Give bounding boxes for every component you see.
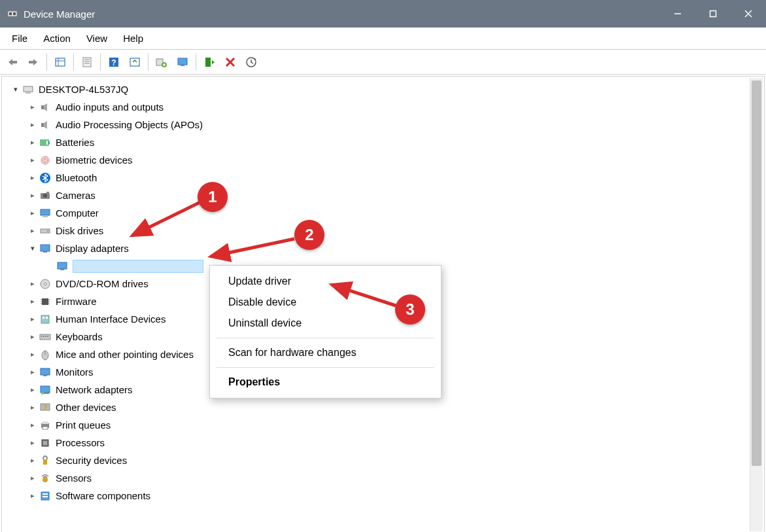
- chevron-right-icon[interactable]: ▸: [27, 190, 39, 202]
- update-driver-button[interactable]: [152, 52, 171, 72]
- chevron-down-icon[interactable]: ▾: [27, 243, 39, 255]
- svg-rect-68: [41, 368, 50, 375]
- chevron-right-icon[interactable]: ▸: [27, 172, 39, 184]
- svg-rect-65: [47, 336, 48, 337]
- tree-item-batteries[interactable]: ▸Batteries: [10, 133, 764, 151]
- tree-item-security-devices[interactable]: ▸Security devices: [10, 452, 764, 469]
- tree-item-label: Computer: [56, 207, 99, 219]
- tree-item-print-queues[interactable]: ▸Print queues: [10, 416, 764, 434]
- minimize-button[interactable]: [660, 0, 695, 27]
- computer-icon: [39, 207, 52, 220]
- chevron-right-icon[interactable]: ▸: [27, 278, 39, 290]
- enable-button[interactable]: [200, 52, 219, 72]
- properties-button[interactable]: [77, 52, 97, 72]
- window-title: Device Manager: [24, 9, 660, 20]
- help-button[interactable]: ?: [104, 52, 124, 72]
- ctx-update-driver[interactable]: Update driver: [210, 271, 441, 292]
- chevron-right-icon[interactable]: ▸: [27, 225, 39, 237]
- hid-icon: [39, 313, 52, 326]
- tree-item-label: Mice and other pointing devices: [56, 349, 194, 360]
- tree-item-label: Software components: [56, 490, 150, 501]
- titlebar: Device Manager: [0, 0, 766, 27]
- disable-button[interactable]: [173, 52, 192, 72]
- chevron-right-icon[interactable]: ▸: [27, 119, 39, 131]
- svg-rect-7: [12, 61, 17, 63]
- chip-icon: [39, 295, 52, 308]
- keyboard-icon: [39, 330, 52, 344]
- menu-action[interactable]: Action: [35, 29, 78, 48]
- chevron-right-icon[interactable]: ▸: [27, 313, 39, 325]
- tree-item-label: Audio Processing Objects (APOs): [56, 119, 203, 130]
- chevron-right-icon[interactable]: ▸: [27, 101, 39, 113]
- scrollbar-thumb[interactable]: [752, 80, 761, 466]
- chevron-right-icon[interactable]: ▸: [27, 154, 39, 166]
- chevron-right-icon[interactable]: ▸: [27, 366, 39, 378]
- tree-item-bluetooth[interactable]: ▸Bluetooth: [10, 169, 764, 186]
- maximize-button[interactable]: [695, 0, 731, 27]
- svg-point-81: [43, 477, 48, 482]
- ctx-scan-hardware[interactable]: Scan for hardware changes: [210, 342, 441, 363]
- tree-item-label: Sensors: [56, 472, 92, 484]
- tree-item-label: Biometric devices: [56, 154, 133, 166]
- bluetooth-icon: [39, 171, 52, 185]
- computer-icon: [22, 83, 35, 96]
- chevron-right-icon[interactable]: ▸: [27, 437, 39, 449]
- back-button[interactable]: [3, 52, 22, 72]
- cpu-icon: [39, 436, 52, 450]
- svg-rect-60: [46, 317, 48, 319]
- forward-button[interactable]: [24, 52, 43, 72]
- tree-item-processors[interactable]: ▸Processors: [10, 434, 764, 452]
- tree-item-label: Display adapters: [56, 243, 129, 254]
- tree-root[interactable]: ▾ DESKTOP-4L537JQ: [10, 80, 764, 98]
- svg-point-71: [41, 392, 44, 395]
- tree-item-cameras[interactable]: ▸Cameras: [10, 186, 764, 204]
- show-hidden-button[interactable]: [50, 52, 70, 72]
- speaker-icon: [39, 118, 52, 132]
- tree-item-biometric-devices[interactable]: ▸Biometric devices: [10, 151, 764, 169]
- chevron-right-icon[interactable]: ▸: [27, 419, 39, 431]
- chevron-right-icon[interactable]: ▸: [27, 137, 39, 149]
- tree-item-sensors[interactable]: ▸Sensors: [10, 469, 764, 487]
- svg-rect-23: [205, 58, 211, 67]
- svg-rect-51: [42, 298, 48, 305]
- svg-text:?: ?: [43, 404, 47, 412]
- tree-item-display-adapters[interactable]: ▾Display adapters: [10, 239, 764, 257]
- chevron-right-icon[interactable]: ▸: [27, 331, 39, 343]
- action-button[interactable]: [125, 52, 145, 72]
- chevron-right-icon[interactable]: ▸: [27, 490, 39, 502]
- tree-item-label: Firmware: [56, 296, 97, 307]
- chevron-down-icon[interactable]: ▾: [10, 84, 22, 96]
- chevron-right-icon[interactable]: ▸: [27, 472, 39, 484]
- chevron-right-icon[interactable]: ▸: [27, 349, 39, 361]
- tree-item-label: Batteries: [56, 137, 94, 148]
- chevron-right-icon[interactable]: ▸: [27, 207, 39, 219]
- menu-file[interactable]: File: [4, 29, 35, 48]
- chevron-right-icon[interactable]: ▸: [27, 455, 39, 467]
- svg-rect-58: [41, 315, 49, 323]
- vertical-scrollbar[interactable]: [750, 78, 763, 531]
- scan-button[interactable]: [241, 52, 261, 72]
- tree-item-software-components[interactable]: ▸Software components: [10, 487, 764, 505]
- svg-rect-8: [29, 61, 33, 63]
- tree-item-other-devices[interactable]: ▸?Other devices: [10, 399, 764, 416]
- chevron-right-icon[interactable]: ▸: [27, 402, 39, 414]
- svg-rect-40: [46, 192, 49, 194]
- tree-item-disk-drives[interactable]: ▸Disk drives: [10, 222, 764, 239]
- chevron-right-icon[interactable]: ▸: [27, 384, 39, 396]
- ctx-separator: [217, 338, 434, 338]
- menu-view[interactable]: View: [78, 29, 115, 48]
- menu-help[interactable]: Help: [115, 29, 151, 48]
- tree-item-audio-inputs-and-outputs[interactable]: ▸Audio inputs and outputs: [10, 98, 764, 116]
- tree-item-audio-processing-objects-apos-[interactable]: ▸Audio Processing Objects (APOs): [10, 116, 764, 133]
- tree-item-label: Security devices: [56, 455, 127, 466]
- uninstall-button[interactable]: [220, 52, 240, 72]
- tree-item-computer[interactable]: ▸Computer: [10, 204, 764, 222]
- tree-item-label: Human Interface Devices: [56, 313, 165, 325]
- close-button[interactable]: [731, 0, 766, 27]
- svg-rect-76: [43, 421, 48, 424]
- ctx-properties[interactable]: Properties: [210, 372, 441, 393]
- tree-item-label: Processors: [56, 437, 105, 448]
- svg-rect-83: [43, 493, 48, 495]
- chevron-right-icon[interactable]: ▸: [27, 296, 39, 308]
- svg-rect-32: [48, 141, 50, 144]
